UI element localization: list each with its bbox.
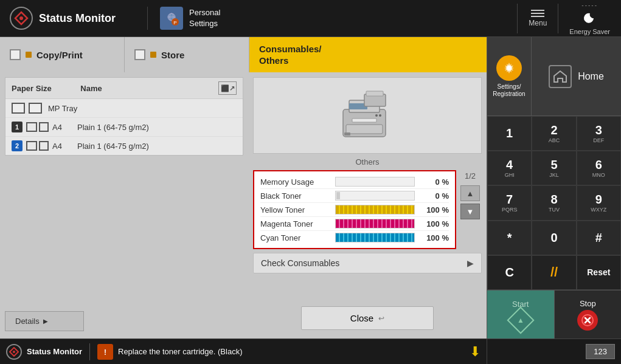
mp-tray-label: MP Tray — [48, 104, 77, 113]
svg-point-1 — [19, 16, 23, 20]
consumables-scroll: 1/2 ▲ ▼ — [459, 170, 482, 249]
close-label: Close — [350, 313, 373, 323]
person-globe-icon: P — [162, 9, 181, 28]
key-1[interactable]: 1 — [487, 116, 532, 151]
key-4-main: 4 — [506, 158, 513, 172]
close-button[interactable]: Close ↩ — [301, 306, 434, 330]
paper-section: Paper Size Name ⬛↗ MP Tray 1 — [0, 72, 248, 338]
key-star-main: * — [507, 231, 512, 245]
key-9[interactable]: 9 WXYZ — [577, 185, 621, 220]
app-logo-circle — [10, 7, 33, 30]
key-8[interactable]: 8 TUV — [532, 185, 576, 220]
key-slash[interactable]: // — [532, 255, 576, 290]
home-icon — [549, 65, 572, 88]
tab-consumables-label: Consumables/Others — [259, 43, 322, 67]
key-6[interactable]: 6 MNO — [577, 151, 621, 185]
tab-consumables[interactable]: Consumables/Others — [249, 37, 487, 72]
scroll-down-btn[interactable]: ▼ — [460, 204, 480, 219]
num-display: 123 — [586, 344, 615, 359]
key-0[interactable]: 0 — [532, 221, 576, 255]
tray-doc-icon — [12, 103, 25, 114]
row2-name: Plain 1 (64-75 g/m2) — [77, 142, 149, 151]
settings-label: Settings/Registration — [493, 83, 525, 98]
key-clear[interactable]: C — [487, 255, 532, 290]
cyan-value: 100 % — [420, 233, 449, 242]
energy-saver-button[interactable]: ----- Energy Saver — [558, 0, 621, 41]
page-indicator: 1/2 — [465, 171, 476, 180]
key-5[interactable]: 5 JKL — [532, 151, 576, 185]
moon-icon — [581, 10, 598, 27]
row1-size: A4 — [52, 123, 74, 132]
svg-rect-9 — [352, 118, 376, 122]
others-label: Others — [253, 157, 482, 167]
tab-copy-print[interactable]: Copy/Print — [0, 37, 125, 72]
key-6-main: 6 — [595, 158, 602, 172]
row-num-badge-1: 1 — [12, 122, 23, 132]
paper-expand-btn[interactable]: ⬛↗ — [218, 81, 237, 95]
energy-dashes: ----- — [581, 2, 598, 9]
key-star[interactable]: * — [487, 221, 532, 255]
key-clear-main: C — [505, 266, 513, 280]
numpad: 1 2 ABC 3 DEF 4 GHI 5 JKL 6 MNO — [487, 116, 621, 290]
warning-text: Replace the toner cartridge. (Black) — [118, 347, 242, 356]
svg-rect-13 — [366, 91, 383, 96]
home-button[interactable]: Home — [532, 37, 621, 116]
energy-saver-label: Energy Saver — [569, 28, 610, 35]
key-3-sub: DEF — [593, 137, 604, 143]
personal-settings-area[interactable]: P PersonalSettings — [148, 7, 517, 30]
row-num-badge-2: 2 — [12, 140, 23, 151]
tab-bar: Copy/Print Store Consumables/Others — [0, 37, 487, 72]
key-5-sub: JKL — [549, 172, 559, 178]
black-bar — [335, 191, 415, 201]
settings-registration-btn[interactable]: Settings/Registration — [487, 37, 532, 116]
key-8-main: 8 — [550, 193, 557, 207]
printer-image-box — [253, 77, 482, 154]
svg-point-20 — [13, 351, 15, 353]
key-7-main: 7 — [506, 193, 513, 207]
row1-name: Plain 1 (64-75 g/m2) — [77, 123, 149, 132]
consumables-box: Memory Usage 0 % Black Toner 0 % — [253, 170, 456, 249]
stop-label: Stop — [580, 299, 596, 308]
status-logo: Status Monitor — [6, 344, 82, 360]
details-arrow-icon: ▶ — [43, 318, 48, 325]
key-1-main: 1 — [506, 126, 513, 140]
consumables-row-black: Black Toner 0 % — [260, 189, 449, 203]
personal-settings-label: PersonalSettings — [189, 7, 220, 29]
num-display-value: 123 — [594, 347, 607, 356]
app-logo-area: Status Monitor — [0, 7, 148, 30]
scroll-up-btn[interactable]: ▲ — [460, 185, 480, 201]
key-7[interactable]: 7 PQRS — [487, 185, 532, 220]
details-button[interactable]: Details ▶ — [5, 311, 84, 331]
key-4[interactable]: 4 GHI — [487, 151, 532, 185]
key-reset[interactable]: Reset — [577, 255, 621, 290]
start-diamond-icon: ▲ — [507, 306, 534, 334]
tab-store-label: Store — [161, 50, 184, 60]
status-divider — [89, 343, 90, 360]
key-2[interactable]: 2 ABC — [532, 116, 576, 151]
top-bar: Status Monitor P PersonalSettings Menu -… — [0, 0, 621, 37]
key-3[interactable]: 3 DEF — [577, 116, 621, 151]
menu-button[interactable]: Menu — [517, 4, 558, 33]
stop-button[interactable]: Stop — [554, 290, 622, 338]
row1-icon1 — [26, 122, 37, 132]
cyan-label: Cyan Toner — [260, 233, 330, 242]
menu-label: Menu — [529, 19, 547, 27]
black-label: Black Toner — [260, 191, 330, 201]
paper-col-name: Name — [80, 84, 218, 93]
status-bar: Status Monitor ! Replace the toner cartr… — [0, 338, 487, 364]
paper-table: Paper Size Name ⬛↗ MP Tray 1 — [5, 77, 243, 156]
check-consumables-btn[interactable]: Check Consumables ▶ — [253, 253, 482, 273]
key-hash[interactable]: # — [577, 221, 621, 255]
memory-bar — [335, 177, 415, 187]
start-button[interactable]: Start ▲ — [487, 290, 554, 338]
tab-store[interactable]: Store — [125, 37, 249, 72]
check-consumables-label: Check Consumables — [261, 258, 339, 268]
magenta-value: 100 % — [420, 219, 449, 228]
cyan-bar — [335, 233, 415, 242]
memory-label: Memory Usage — [260, 177, 330, 187]
consumables-section: Memory Usage 0 % Black Toner 0 % — [253, 170, 482, 249]
table-row: MP Tray — [5, 99, 243, 118]
row2-icon2 — [39, 141, 49, 151]
status-warning: ! Replace the toner cartridge. (Black) — [97, 344, 242, 360]
key-2-sub: ABC — [549, 137, 560, 143]
